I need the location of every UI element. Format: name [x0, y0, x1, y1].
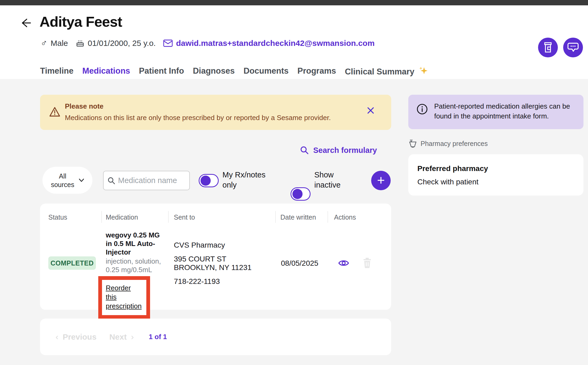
pharmacy-address-line1: 395 COURT ST	[174, 255, 226, 263]
page-title: Aditya Feest	[40, 13, 122, 30]
gender-label: Male	[51, 39, 68, 48]
male-icon: ♂	[41, 38, 48, 48]
email-link[interactable]: dawid.matras+standardcheckin42@swmansion…	[176, 39, 375, 48]
column-date-written: Date written	[280, 213, 316, 221]
allergy-info-banner: Patient-reported medication allergies ca…	[408, 95, 583, 129]
show-inactive-toggle[interactable]	[291, 187, 311, 201]
tab-documents[interactable]: Documents	[244, 66, 289, 81]
highlight-box: Reorder this prescription	[98, 276, 150, 319]
chevron-right-icon: ›	[131, 332, 134, 342]
column-status: Status	[48, 213, 67, 221]
tab-timeline[interactable]: Timeline	[40, 66, 73, 81]
close-banner-button[interactable]	[367, 106, 375, 114]
toggle-knob	[201, 176, 211, 186]
preferred-pharmacy-value: Check with patient	[417, 178, 574, 186]
eye-icon	[338, 258, 350, 268]
close-icon	[367, 106, 375, 114]
tab-medications[interactable]: Medications	[82, 66, 130, 81]
arrow-left-icon	[19, 17, 32, 29]
status-badge: COMPLETED	[48, 256, 96, 270]
search-icon	[107, 177, 115, 185]
reorder-prescription-link[interactable]: Reorder this prescription	[106, 283, 140, 311]
chevron-left-icon: ‹	[56, 332, 58, 342]
pill-bottle-icon	[543, 42, 553, 53]
search-formulary-link[interactable]: Search formulary	[300, 146, 377, 155]
tab-clinical-summary-label: Clinical Summary	[345, 67, 414, 76]
patient-tabs: Timeline Medications Patient Info Diagno…	[40, 66, 428, 81]
medication-search-box	[103, 171, 190, 190]
medication-search-input[interactable]	[118, 176, 186, 185]
column-sent-to: Sent to	[174, 213, 195, 221]
tab-patient-info[interactable]: Patient Info	[139, 66, 184, 81]
browser-top-bar	[0, 0, 588, 5]
my-rx-toggle[interactable]	[199, 174, 219, 187]
preferred-pharmacy-title: Preferred pharmacy	[417, 164, 574, 173]
patient-email[interactable]: dawid.matras+standardcheckin42@swmansion…	[163, 39, 375, 48]
column-divider	[275, 211, 276, 223]
pharmacy-address-line2: BROOKLYN, NY 11231	[174, 263, 252, 272]
info-icon	[416, 103, 428, 115]
medications-page: Aditya Feest ♂ Male 01/01/2000, 25 y.o.	[0, 0, 588, 365]
source-filter-label: All sources	[50, 172, 75, 189]
back-button[interactable]	[19, 17, 32, 29]
column-actions: Actions	[334, 213, 356, 221]
column-divider	[168, 211, 168, 223]
column-medication: Medication	[106, 213, 138, 221]
next-label: Next	[109, 332, 127, 342]
note-banner-body: Medications on this list are only those …	[65, 114, 331, 122]
birthday-cake-icon	[76, 39, 85, 48]
chevron-down-icon	[78, 178, 85, 182]
chat-button[interactable]	[563, 38, 583, 57]
search-formulary-label: Search formulary	[313, 146, 377, 155]
pharmacy-preferences-label: Pharmacy preferences	[421, 140, 488, 148]
medication-detail: injection, solution, 0.25 mg/0.5mL	[106, 257, 168, 274]
warning-icon	[49, 106, 60, 117]
tab-diagnoses[interactable]: Diagnoses	[193, 66, 235, 81]
patient-dob: 01/01/2000, 25 y.o.	[76, 39, 156, 48]
trash-icon	[362, 257, 373, 268]
date-written: 08/05/2025	[281, 259, 318, 268]
preferred-pharmacy-card: Preferred pharmacy Check with patient	[408, 154, 583, 196]
add-medication-button[interactable]: +	[371, 171, 391, 190]
allergy-banner-text: Patient-reported medication allergies ca…	[434, 101, 577, 121]
mortar-pestle-icon	[409, 139, 417, 148]
previous-label: Previous	[63, 332, 97, 342]
tab-programs[interactable]: Programs	[297, 66, 336, 81]
pharmacy-phone: 718-222-1193	[174, 277, 220, 286]
note-banner-title: Please note	[65, 102, 104, 110]
delete-prescription-button[interactable]	[362, 257, 373, 268]
dob-label: 01/01/2000, 25 y.o.	[88, 39, 156, 48]
my-rx-toggle-label: My Rx/notes only	[222, 170, 273, 190]
toggle-knob	[292, 189, 303, 199]
pharmacy-preferences-header: Pharmacy preferences	[409, 139, 488, 148]
plus-icon: +	[377, 173, 385, 187]
medications-table: Status Medication Sent to Date written A…	[40, 204, 391, 310]
sparkle-icon	[419, 66, 428, 75]
tab-clinical-summary[interactable]: Clinical Summary	[345, 66, 428, 81]
patient-meta-row: ♂ Male 01/01/2000, 25 y.o. dawid.matras+…	[41, 38, 375, 48]
next-page-button[interactable]: Next ›	[109, 332, 134, 342]
chat-bubble-icon	[567, 42, 579, 53]
previous-page-button[interactable]: ‹ Previous	[56, 332, 96, 342]
column-divider	[101, 211, 102, 223]
pharmacy-name: CVS Pharmacy	[174, 241, 225, 249]
envelope-icon	[163, 39, 173, 47]
prescriptions-button[interactable]	[538, 38, 558, 57]
source-filter-dropdown[interactable]: All sources	[42, 167, 92, 194]
column-divider	[328, 211, 328, 223]
view-prescription-button[interactable]	[338, 258, 350, 268]
medication-name: wegovy 0.25 MG in 0.5 ML Auto-Injector	[106, 231, 167, 256]
page-indicator: 1 of 1	[149, 333, 167, 341]
pagination-bar: ‹ Previous Next › 1 of 1	[40, 319, 391, 355]
note-banner: Please note Medications on this list are…	[40, 95, 391, 130]
patient-gender: ♂ Male	[41, 38, 68, 48]
show-inactive-toggle-label: Show inactive	[314, 170, 349, 190]
search-icon	[300, 146, 309, 155]
